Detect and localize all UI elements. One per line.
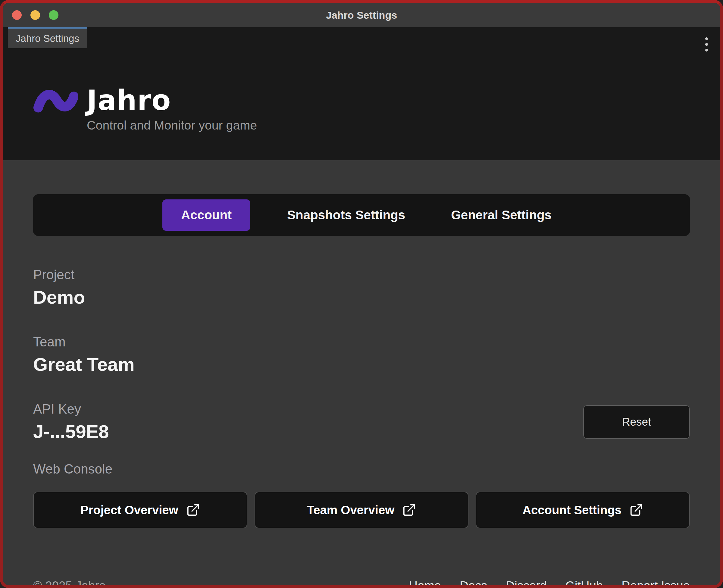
jahro-squiggle-logo-icon xyxy=(33,85,78,116)
web-console-buttons: Project Overview Team Overview Account S… xyxy=(33,491,690,528)
kebab-menu-icon[interactable] xyxy=(703,36,710,53)
api-key-block: API Key J-...59E8 xyxy=(33,401,109,442)
window-controls xyxy=(12,3,59,27)
titlebar: Jahro Settings xyxy=(3,3,720,27)
footer-link-docs[interactable]: Docs xyxy=(460,579,487,588)
footer: © 2025 Jahro Home Docs Discord GitHub Re… xyxy=(33,579,690,588)
team-overview-button[interactable]: Team Overview xyxy=(255,491,469,528)
editor-tab-strip: Jahro Settings xyxy=(3,27,720,49)
web-console-label: Web Console xyxy=(33,461,690,477)
minimize-window-button[interactable] xyxy=(30,10,40,20)
tab-jahro-settings[interactable]: Jahro Settings xyxy=(8,27,87,48)
footer-link-home[interactable]: Home xyxy=(409,579,441,588)
team-overview-button-label: Team Overview xyxy=(307,503,395,517)
main-content: Account Snapshots Settings General Setti… xyxy=(3,194,720,588)
brand-block: Jahro Control and Monitor your game xyxy=(3,49,720,132)
external-link-icon xyxy=(186,503,200,517)
footer-link-discord[interactable]: Discord xyxy=(506,579,547,588)
external-link-icon xyxy=(402,503,416,517)
api-key-value: J-...59E8 xyxy=(33,421,109,442)
tab-snapshots-settings[interactable]: Snapshots Settings xyxy=(278,200,414,231)
api-key-label: API Key xyxy=(33,401,109,417)
team-section: Team Great Team xyxy=(33,334,690,375)
project-value: Demo xyxy=(33,287,690,308)
tab-general-settings[interactable]: General Settings xyxy=(442,200,561,231)
settings-tab-bar: Account Snapshots Settings General Setti… xyxy=(33,194,690,236)
account-settings-button-label: Account Settings xyxy=(523,503,621,517)
window-title: Jahro Settings xyxy=(326,9,397,21)
jahro-settings-window: Jahro Settings Jahro Settings Jahro Cont… xyxy=(0,0,723,588)
reset-api-key-button[interactable]: Reset xyxy=(583,405,690,439)
external-link-icon xyxy=(629,503,643,517)
copyright-text: © 2025 Jahro xyxy=(33,579,106,588)
footer-links: Home Docs Discord GitHub Report Issue xyxy=(409,579,690,588)
tab-account[interactable]: Account xyxy=(162,200,250,231)
project-overview-button[interactable]: Project Overview xyxy=(33,491,247,528)
footer-link-report-issue[interactable]: Report Issue xyxy=(621,579,690,588)
project-label: Project xyxy=(33,267,690,282)
api-key-section: API Key J-...59E8 Reset xyxy=(33,401,690,442)
footer-link-github[interactable]: GitHub xyxy=(566,579,603,588)
account-settings-button[interactable]: Account Settings xyxy=(476,491,690,528)
team-label: Team xyxy=(33,334,690,350)
brand-subtitle: Control and Monitor your game xyxy=(87,119,720,132)
editor-tab-label: Jahro Settings xyxy=(16,33,79,44)
close-window-button[interactable] xyxy=(12,10,22,20)
brand-name: Jahro xyxy=(87,84,171,117)
web-console-section: Web Console xyxy=(33,461,690,477)
project-overview-button-label: Project Overview xyxy=(81,503,178,517)
zoom-window-button[interactable] xyxy=(49,10,59,20)
project-section: Project Demo xyxy=(33,267,690,308)
team-value: Great Team xyxy=(33,354,690,375)
header-panel: Jahro Settings Jahro Control and Monitor… xyxy=(3,27,720,160)
